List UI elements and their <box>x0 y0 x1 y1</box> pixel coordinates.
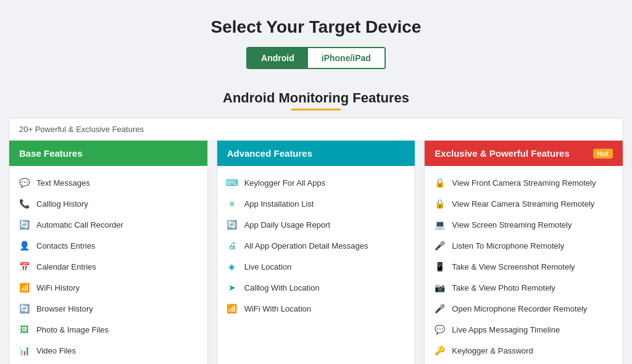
item-label: Browser History <box>36 304 93 313</box>
item-label: Take & View Photo Remotely <box>452 283 555 292</box>
item-label: All App Operation Detail Messages <box>244 241 368 250</box>
advanced-features-title: Advanced Features <box>227 148 312 159</box>
message-icon: 💬 <box>18 176 30 189</box>
location-icon: ◈ <box>226 260 238 273</box>
feature-columns: Base Features 💬 Text Messages 📞 Calllog … <box>0 140 632 364</box>
wifi-loc-icon: 📶 <box>226 302 238 315</box>
calendar-icon: 📅 <box>18 260 30 273</box>
photo-icon: 🖼 <box>18 323 30 336</box>
browser-icon: 🔄 <box>18 302 30 315</box>
item-label: Calllog With Location <box>244 283 320 292</box>
item-label: Text Messages <box>36 178 90 188</box>
record-icon: 🔄 <box>18 218 30 231</box>
hot-badge: Hot <box>593 149 613 159</box>
keylogger-icon: ⌨ <box>226 176 238 189</box>
list-item: ➤ Calllog With Location <box>217 277 415 298</box>
list-item: 📊 Video Files <box>9 340 207 361</box>
list-item: 🔒 View Front Camera Streaming Remotely <box>425 172 623 193</box>
android-tab[interactable]: Android <box>247 48 308 68</box>
yellow-underline <box>291 109 341 110</box>
iphone-tab[interactable]: iPhone/iPad <box>308 48 385 68</box>
item-label: Keylogger & Password <box>452 346 533 355</box>
list-item: 🔄 Automatic Call Recorder <box>9 214 207 235</box>
usage-icon: 🔄 <box>226 218 238 231</box>
item-label: Open Microphone Recorder Remotely <box>452 304 587 313</box>
list-item: 📶 WiFi With Location <box>217 298 415 319</box>
list-item: 📱 Take & View Screenshot Remotely <box>425 256 623 277</box>
list-item: 💬 Live Apps Messaging Timeline <box>425 319 623 340</box>
list-item: 📞 Calllog History <box>9 193 207 214</box>
list-item: 📅 Calendar Entries <box>9 256 207 277</box>
item-label: App Installation List <box>244 199 314 209</box>
rear-camera-icon: 🔒 <box>433 197 446 210</box>
list-item: 🎤 Listen To Microphone Remotely <box>425 235 623 256</box>
calllog-loc-icon: ➤ <box>226 281 238 294</box>
item-label: Listen To Microphone Remotely <box>452 241 564 250</box>
screenshot-icon: 📱 <box>433 260 446 273</box>
list-item: 🖨 All App Operation Detail Messages <box>217 235 415 256</box>
video-icon: 📊 <box>18 344 30 357</box>
list-item: 🎤 Open Microphone Recorder Remotely <box>425 298 623 319</box>
phone-icon: 📞 <box>18 197 30 210</box>
screen-stream-icon: 💻 <box>433 218 446 231</box>
list-item: 📶 WiFi History <box>9 277 207 298</box>
base-features-list: 💬 Text Messages 📞 Calllog History 🔄 Auto… <box>9 166 207 364</box>
item-label: Photo & Image Files <box>36 325 109 334</box>
messages-icon: 🖨 <box>226 239 238 252</box>
item-label: Keylogger For All Apps <box>244 178 326 188</box>
section-title-area: Android Monitoring Features <box>0 90 632 110</box>
device-tab-group: Android iPhone/iPad <box>246 47 386 69</box>
microphone-icon: 🎤 <box>433 239 446 252</box>
item-label: App Daily Usage Report <box>244 220 330 230</box>
list-item: 🖼 Photo & Image Files <box>9 319 207 340</box>
item-label: Contacts Entries <box>36 241 95 250</box>
item-label: WiFi History <box>36 283 80 292</box>
item-label: Calendar Entries <box>36 262 96 271</box>
section-title: Android Monitoring Features <box>0 90 632 106</box>
item-label: View Front Camera Streaming Remotely <box>452 178 596 188</box>
list-item: 🔒 View Rear Camera Streaming Remotely <box>425 193 623 214</box>
item-label: Live Location <box>244 262 292 271</box>
mic-recorder-icon: 🎤 <box>433 302 446 315</box>
item-label: Video Files <box>36 346 76 355</box>
list-item: 👤 Contacts Entries <box>9 235 207 256</box>
list-item: ◈ Live Location <box>217 256 415 277</box>
list-item: 📷 Take & View Photo Remotely <box>425 277 623 298</box>
list-item: 🔄 Browser History <box>9 298 207 319</box>
advanced-features-list: ⌨ Keylogger For All Apps ≡ App Installat… <box>217 166 415 325</box>
item-label: Take & View Screenshot Remotely <box>452 262 575 271</box>
applist-icon: ≡ <box>226 197 238 210</box>
advanced-features-header: Advanced Features <box>217 141 415 166</box>
item-label: View Rear Camera Streaming Remotely <box>452 199 594 209</box>
exclusive-features-list: 🔒 View Front Camera Streaming Remotely 🔒… <box>425 166 623 364</box>
base-features-title: Base Features <box>19 148 83 159</box>
page-title: Select Your Target Device <box>12 17 620 37</box>
exclusive-features-header: Exclusive & Powerful Features Hot <box>425 141 623 166</box>
header: Select Your Target Device Android iPhone… <box>0 0 632 79</box>
item-label: Automatic Call Recorder <box>36 220 123 230</box>
badge-text: 20+ Powerful & Exclusive Features <box>19 125 144 134</box>
keylogger-pass-icon: 🔑 <box>433 344 446 357</box>
advanced-features-column: Advanced Features ⌨ Keylogger For All Ap… <box>217 140 416 364</box>
wifi-icon: 📶 <box>18 281 30 294</box>
exclusive-features-column: Exclusive & Powerful Features Hot 🔒 View… <box>424 140 623 364</box>
page-wrapper: Select Your Target Device Android iPhone… <box>0 0 632 364</box>
take-photo-icon: 📷 <box>433 281 446 294</box>
list-item: 🎵 Audio Files <box>9 361 207 364</box>
item-label: Calllog History <box>36 199 88 209</box>
list-item: ≡ App Installation List <box>217 193 415 214</box>
feature-badge-bar: 20+ Powerful & Exclusive Features <box>9 118 623 140</box>
list-item: 🔄 App Daily Usage Report <box>217 214 415 235</box>
list-item: 💻 View Screen Streaming Remotely <box>425 214 623 235</box>
item-label: Live Apps Messaging Timeline <box>452 325 560 334</box>
messaging-icon: 💬 <box>433 323 446 336</box>
exclusive-features-title: Exclusive & Powerful Features <box>434 148 569 159</box>
base-features-column: Base Features 💬 Text Messages 📞 Calllog … <box>9 140 208 364</box>
list-item: ⌨ Keylogger For All Apps <box>217 172 415 193</box>
item-label: WiFi With Location <box>244 304 311 313</box>
list-item: 💬 Text Messages <box>9 172 207 193</box>
item-label: View Screen Streaming Remotely <box>452 220 572 230</box>
front-camera-icon: 🔒 <box>433 176 446 189</box>
list-item: 🔑 Keylogger & Password <box>425 340 623 361</box>
contact-icon: 👤 <box>18 239 30 252</box>
